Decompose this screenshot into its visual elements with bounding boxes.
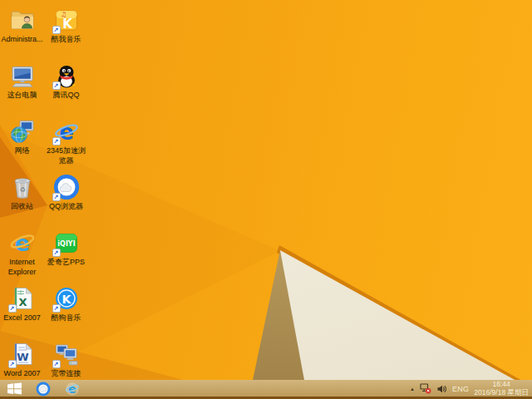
- desktop-icon-tencent-qq[interactable]: ↗ 腾讯QQ: [44, 62, 88, 101]
- icon-label: 酷我音乐: [44, 35, 88, 45]
- taskbar-pinned-qq-browser[interactable]: [30, 381, 57, 397]
- internet-explorer-icon: e: [65, 382, 80, 397]
- start-button[interactable]: [0, 381, 28, 397]
- taskbar-clock[interactable]: 16:44 2016/9/18 星期日: [474, 381, 529, 397]
- shortcut-arrow-icon: ↗: [52, 26, 61, 34]
- svg-text:X: X: [18, 296, 27, 308]
- desktop-icon-word-2007[interactable]: W ↗ Word 2007: [0, 341, 44, 379]
- icon-label: 回收站: [0, 202, 44, 212]
- desktop-icon-2345-browser[interactable]: e ↗ 2345加速浏览器: [44, 118, 88, 165]
- shortcut-arrow-icon: ↗: [52, 137, 61, 145]
- show-hidden-icons-button[interactable]: ▲: [410, 387, 415, 392]
- desktop-icon-broadband-connection[interactable]: ↗ 宽带连接: [44, 341, 88, 379]
- desktop[interactable]: Administra... 这台电脑 网络: [0, 0, 532, 399]
- shortcut-arrow-icon: ↗: [52, 360, 61, 368]
- desktop-icon-this-pc[interactable]: 这台电脑: [0, 62, 44, 101]
- recycle-bin-icon: ♻: [9, 174, 36, 200]
- administrator-folder-icon: [9, 7, 36, 33]
- taskbar-pinned-internet-explorer[interactable]: e: [58, 381, 86, 397]
- desktop-icon-network[interactable]: 网络: [0, 118, 44, 156]
- svg-text:iQIYI: iQIYI: [57, 240, 75, 248]
- icon-label: Administra...: [0, 35, 44, 45]
- icon-label: Excel 2007: [0, 313, 44, 323]
- windows-logo-icon: [7, 382, 22, 395]
- clock-date: 2016/9/18 星期日: [474, 389, 529, 397]
- svg-text:♻: ♻: [19, 186, 25, 194]
- system-tray: ▲ ENG 16:44 2016/9/18 星期日: [410, 381, 532, 397]
- svg-text:K: K: [62, 293, 71, 306]
- shortcut-arrow-icon: ↗: [52, 249, 61, 257]
- desktop-icon-kuwo-music[interactable]: ♫ K ↗ 酷我音乐: [44, 7, 88, 45]
- shortcut-arrow-icon: ↗: [8, 304, 17, 313]
- desktop-icon-kugou-music[interactable]: K ↗ 酷狗音乐: [44, 285, 88, 323]
- desktop-icon-internet-explorer[interactable]: e Internet Explorer: [0, 229, 44, 277]
- shortcut-arrow-icon: ↗: [52, 193, 61, 201]
- icon-label: 这台电脑: [0, 91, 44, 101]
- language-indicator[interactable]: ENG: [452, 385, 469, 393]
- desktop-icon-recycle-bin[interactable]: ♻ 回收站: [0, 174, 44, 212]
- shortcut-arrow-icon: ↗: [52, 81, 61, 90]
- icon-label: 腾讯QQ: [44, 91, 88, 101]
- network-disconnected-icon[interactable]: [420, 383, 431, 394]
- desktop-icon-administrator-folder[interactable]: Administra...: [0, 7, 44, 45]
- icon-label: 2345加速浏览器: [44, 146, 88, 165]
- svg-text:W: W: [17, 351, 28, 363]
- icon-label: 酷狗音乐: [44, 313, 88, 323]
- icon-label: QQ浏览器: [44, 202, 88, 212]
- qq-browser-icon: [36, 382, 51, 397]
- taskbar: e ▲ ENG 16:44: [0, 380, 532, 399]
- shortcut-arrow-icon: ↗: [52, 304, 61, 313]
- icon-label: 宽带连接: [44, 369, 88, 379]
- icon-label: 爱奇艺PPS: [44, 258, 88, 268]
- desktop-icon-excel-2007[interactable]: X ↗ Excel 2007: [0, 285, 44, 323]
- svg-text:K: K: [62, 17, 73, 32]
- network-icon: [9, 118, 36, 145]
- icon-label: Internet Explorer: [0, 258, 44, 277]
- shortcut-arrow-icon: ↗: [8, 360, 17, 368]
- this-pc-icon: [9, 62, 36, 89]
- volume-icon[interactable]: [436, 384, 447, 394]
- icon-label: 网络: [0, 146, 44, 156]
- desktop-icon-qq-browser[interactable]: ↗ QQ浏览器: [44, 174, 88, 212]
- internet-explorer-icon: e: [9, 229, 36, 256]
- icon-label: Word 2007: [0, 369, 44, 379]
- desktop-icon-iqiyi-pps[interactable]: iQIYI ↗ 爱奇艺PPS: [44, 229, 88, 268]
